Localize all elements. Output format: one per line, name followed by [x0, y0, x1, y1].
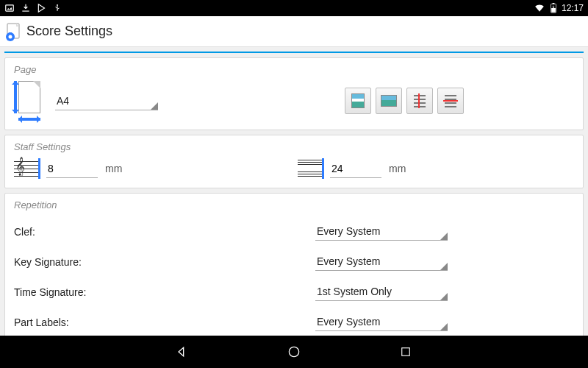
repetition-row-time: Time Signature: 1st System Only: [14, 277, 574, 307]
nav-home-button[interactable]: [286, 344, 302, 360]
dropdown-caret-icon: [151, 102, 158, 110]
dropdown-caret-icon: [440, 323, 448, 330]
svg-rect-10: [402, 348, 410, 356]
repetition-row-key: Key Signature: Every System: [14, 247, 574, 277]
part-labels-label: Part Labels:: [14, 316, 315, 328]
margins-vertical-button[interactable]: [406, 88, 433, 114]
repetition-row-clef: Clef: Every System: [14, 216, 574, 247]
clef-label: Clef:: [14, 226, 315, 238]
staff-panel-title: Staff Settings: [14, 141, 574, 152]
repetition-row-parts: Part Labels: Every System: [14, 307, 574, 336]
svg-point-7: [9, 35, 12, 38]
page-title: Score Settings: [26, 24, 112, 39]
dropdown-caret-icon: [440, 233, 448, 240]
status-time: 12:17: [562, 3, 584, 13]
svg-rect-3: [553, 3, 555, 4]
dropdown-caret-icon: [440, 263, 448, 270]
dropdown-caret-icon: [440, 293, 448, 300]
wifi-icon: [534, 3, 545, 13]
orientation-portrait-button[interactable]: [345, 88, 371, 114]
page-size-value: A4: [57, 95, 69, 107]
page-panel-title: Page: [14, 64, 574, 75]
clef-dropdown[interactable]: Every System: [315, 222, 448, 241]
status-bar: 12:17: [0, 0, 588, 16]
app-icon: [4, 22, 24, 41]
staff-height-input[interactable]: [46, 160, 98, 178]
nav-back-button[interactable]: [174, 344, 190, 360]
part-labels-dropdown[interactable]: Every System: [315, 313, 448, 331]
svg-point-1: [57, 4, 58, 6]
nav-recent-button[interactable]: [398, 344, 414, 360]
time-signature-label: Time Signature:: [14, 286, 315, 298]
staff-spacing-input[interactable]: [330, 160, 381, 178]
key-signature-label: Key Signature:: [14, 256, 315, 268]
page-size-icon[interactable]: [14, 81, 46, 121]
image-icon: [4, 3, 15, 13]
margins-horizontal-button[interactable]: [437, 88, 464, 114]
key-signature-dropdown[interactable]: Every System: [315, 252, 448, 271]
navigation-bar: [0, 336, 588, 368]
content-area: Page A4 Staff Settings �: [0, 47, 588, 336]
staff-spacing-unit: mm: [389, 163, 406, 174]
battery-icon: [550, 3, 557, 13]
svg-point-9: [289, 347, 298, 356]
accent-divider: [4, 52, 584, 53]
play-store-icon: [37, 3, 47, 13]
page-size-dropdown[interactable]: A4: [55, 92, 158, 110]
usb-icon: [53, 3, 62, 13]
staff-panel: Staff Settings 𝄞 mm mm: [4, 135, 584, 188]
svg-rect-8: [9, 32, 12, 34]
staff-spacing-icon: [298, 158, 323, 179]
download-icon: [21, 3, 31, 13]
repetition-panel-title: Repetition: [14, 199, 574, 210]
staff-height-icon: 𝄞: [14, 158, 39, 179]
time-signature-dropdown[interactable]: 1st System Only: [315, 283, 448, 301]
orientation-landscape-button[interactable]: [376, 88, 402, 114]
app-bar: Score Settings: [0, 16, 588, 47]
staff-height-unit: mm: [105, 163, 122, 174]
svg-rect-0: [6, 5, 14, 11]
repetition-panel: Repetition Clef: Every System Key Signat…: [4, 193, 584, 336]
page-panel: Page A4: [4, 57, 584, 130]
